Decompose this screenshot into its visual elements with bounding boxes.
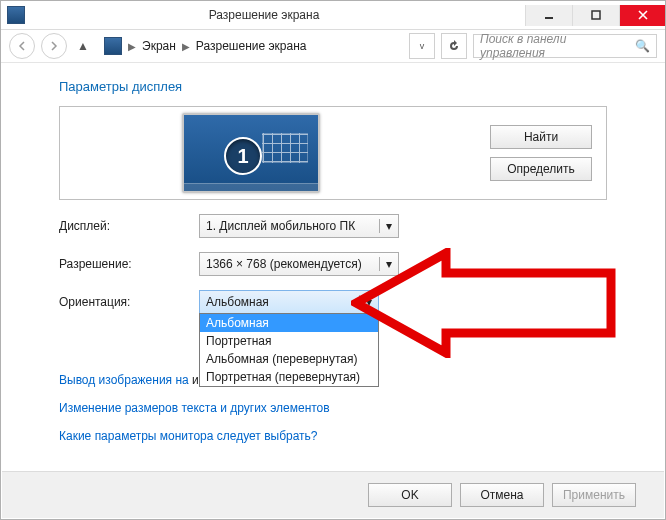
- search-placeholder: Поиск в панели управления: [480, 32, 629, 60]
- ok-button[interactable]: OK: [368, 483, 452, 507]
- monitor-number: 1: [224, 137, 262, 175]
- minimize-button[interactable]: [525, 5, 572, 26]
- refresh-button[interactable]: [441, 33, 467, 59]
- forward-button[interactable]: [41, 33, 67, 59]
- page-heading: Параметры дисплея: [59, 79, 607, 94]
- orientation-option-portrait[interactable]: Портретная: [200, 332, 378, 350]
- chevron-down-icon: ▾: [379, 257, 392, 271]
- close-button[interactable]: [619, 5, 666, 26]
- svg-rect-0: [545, 17, 553, 19]
- breadcrumb-leaf[interactable]: Разрешение экрана: [196, 39, 307, 53]
- orientation-option-landscape-flipped[interactable]: Альбомная (перевернутая): [200, 350, 378, 368]
- apply-button[interactable]: Применить: [552, 483, 636, 507]
- window-controls: [525, 5, 666, 26]
- orientation-option-landscape[interactable]: Альбомная: [200, 314, 378, 332]
- dropdown-history-button[interactable]: v: [409, 33, 435, 59]
- resolution-select[interactable]: 1366 × 768 (рекомендуется) ▾: [199, 252, 399, 276]
- display-value: 1. Дисплей мобильного ПК: [206, 219, 355, 233]
- display-select[interactable]: 1. Дисплей мобильного ПК ▾: [199, 214, 399, 238]
- orientation-label: Ориентация:: [59, 295, 199, 309]
- window-title: Разрешение экрана: [3, 8, 525, 22]
- chevron-down-icon: ▾: [359, 295, 372, 309]
- orientation-value: Альбомная: [206, 295, 269, 309]
- content-area: Параметры дисплея 1 Найти Определить Дис…: [59, 79, 607, 443]
- preview-button-group: Найти Определить: [490, 125, 592, 181]
- monitor-preview[interactable]: 1: [182, 113, 320, 193]
- second-screen-link[interactable]: Вывод изображения на: [59, 373, 189, 387]
- find-button[interactable]: Найти: [490, 125, 592, 149]
- nav-toolbar: ▲ ▶ Экран ▶ Разрешение экрана v Поиск в …: [1, 30, 665, 63]
- back-button[interactable]: [9, 33, 35, 59]
- text-size-link[interactable]: Изменение размеров текста и других элеме…: [59, 401, 607, 415]
- display-label: Дисплей:: [59, 219, 199, 233]
- monitor-grid-icon: [262, 133, 308, 163]
- resolution-value: 1366 × 768 (рекомендуется): [206, 257, 362, 271]
- control-panel-icon: [104, 37, 122, 55]
- orientation-option-portrait-flipped[interactable]: Портретная (перевернутая): [200, 368, 378, 386]
- detect-button[interactable]: Определить: [490, 157, 592, 181]
- chevron-right-icon: ▶: [128, 41, 136, 52]
- chevron-right-icon: ▶: [182, 41, 190, 52]
- dialog-button-bar: OK Отмена Применить: [2, 471, 664, 518]
- breadcrumb[interactable]: ▶ Экран ▶ Разрешение экрана: [99, 33, 403, 59]
- which-settings-link[interactable]: Какие параметры монитора следует выбрать…: [59, 429, 607, 443]
- orientation-select[interactable]: Альбомная ▾ Альбомная Портретная Альбомн…: [199, 290, 379, 314]
- row-orientation: Ориентация: Альбомная ▾ Альбомная Портре…: [59, 290, 607, 314]
- chevron-down-icon: ▾: [379, 219, 392, 233]
- row-display: Дисплей: 1. Дисплей мобильного ПК ▾: [59, 214, 607, 238]
- orientation-dropdown: Альбомная Портретная Альбомная (переверн…: [199, 313, 379, 387]
- monitor-taskbar: [184, 183, 318, 191]
- cancel-button[interactable]: Отмена: [460, 483, 544, 507]
- up-button[interactable]: ▲: [73, 39, 93, 53]
- svg-rect-1: [592, 11, 600, 19]
- search-icon: 🔍: [635, 39, 650, 53]
- display-preview-panel: 1 Найти Определить: [59, 106, 607, 200]
- search-input[interactable]: Поиск в панели управления 🔍: [473, 34, 657, 58]
- maximize-button[interactable]: [572, 5, 619, 26]
- resolution-label: Разрешение:: [59, 257, 199, 271]
- window: Разрешение экрана ▲ ▶ Экран ▶ Разрешение…: [0, 0, 666, 520]
- row-resolution: Разрешение: 1366 × 768 (рекомендуется) ▾: [59, 252, 607, 276]
- title-bar: Разрешение экрана: [1, 1, 665, 30]
- breadcrumb-root[interactable]: Экран: [142, 39, 176, 53]
